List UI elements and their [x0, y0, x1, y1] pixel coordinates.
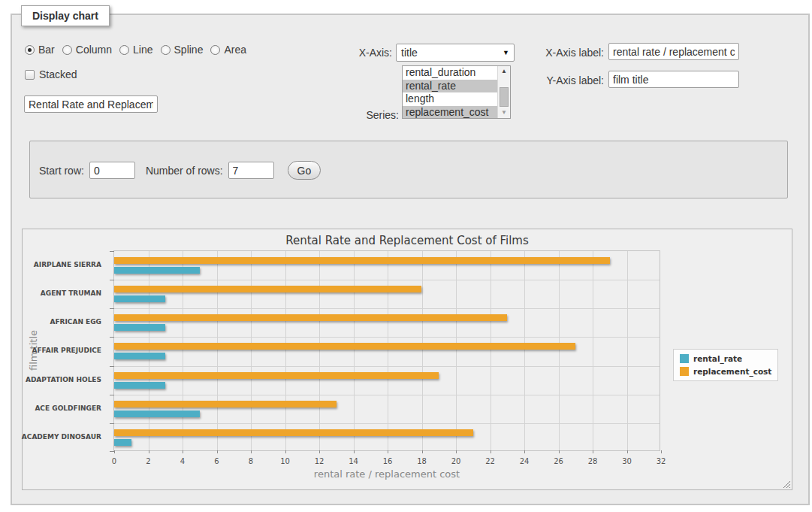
stacked-label: Stacked: [39, 68, 77, 80]
panel-legend: Display chart: [21, 5, 110, 26]
series-list-label: Series:: [343, 109, 399, 121]
radio-label: Bar: [38, 44, 55, 56]
bar-replacement_cost[interactable]: [114, 372, 439, 379]
bar-rental_rate[interactable]: [114, 353, 165, 359]
x-tick-label: 14: [349, 457, 358, 465]
y-category-label: AIRPLANE SIERRA: [23, 250, 107, 279]
scroll-down-icon[interactable]: ▼: [498, 108, 510, 118]
x-tick-label: 2: [146, 457, 150, 465]
x-axis-label-label: X-Axis label:: [529, 47, 604, 59]
legend-label: replacement_cost: [693, 367, 771, 376]
number-of-rows-label: Number of rows:: [146, 165, 223, 177]
y-category-label: ACADEMY DINOSAUR: [23, 423, 107, 451]
y-category-label: ADAPTATION HOLES: [23, 365, 107, 394]
go-button[interactable]: Go: [288, 161, 321, 180]
bar-group: [114, 395, 660, 423]
series-options: rental_durationrental_ratelengthreplacem…: [403, 66, 497, 118]
y-category-label: AFRICAN EGG: [23, 308, 107, 336]
scrollbar-thumb[interactable]: [500, 87, 509, 107]
x-tick-label: 22: [485, 457, 495, 465]
chart-title: Rental Rate and Replacement Cost of Film…: [23, 234, 792, 247]
y-category-label: AFFAIR PREJUDICE: [23, 336, 107, 365]
bar-replacement_cost[interactable]: [114, 257, 610, 264]
start-row-input[interactable]: [89, 162, 135, 179]
bar-rental_rate[interactable]: [114, 411, 200, 417]
bar-rental_rate[interactable]: [114, 382, 165, 389]
chart-title-input[interactable]: [24, 95, 158, 113]
x-tick-label: 18: [417, 457, 427, 465]
radio-label: Line: [133, 44, 152, 56]
x-tick-label: 28: [588, 457, 598, 465]
radio-icon[interactable]: [119, 45, 129, 55]
series-option-rental_duration[interactable]: rental_duration: [403, 66, 497, 80]
plot-area: 02468101214161820222426283032: [113, 250, 660, 451]
chart-type-radio-column[interactable]: Column: [62, 44, 112, 56]
bar-rental_rate[interactable]: [114, 439, 131, 446]
series-option-replacement_cost[interactable]: replacement_cost: [403, 106, 497, 119]
y-category-label: ACE GOLDFINGER: [23, 394, 107, 423]
chart-type-radio-line[interactable]: Line: [119, 44, 152, 56]
x-tick-label: 30: [622, 457, 632, 465]
bar-group: [114, 308, 660, 337]
number-of-rows-input[interactable]: [228, 162, 274, 179]
x-tick-label: 12: [315, 457, 324, 465]
series-listbox[interactable]: rental_durationrental_ratelengthreplacem…: [402, 65, 511, 119]
bar-replacement_cost[interactable]: [114, 401, 337, 407]
radio-label: Area: [224, 44, 246, 56]
chart-y-axis-labels: AIRPLANE SIERRAAGENT TRUMANAFRICAN EGGAF…: [23, 250, 107, 451]
bar-rental_rate[interactable]: [114, 295, 165, 302]
series-option-length[interactable]: length: [403, 92, 497, 106]
x-tick-label: 0: [112, 457, 116, 465]
radio-label: Column: [76, 44, 112, 56]
x-tick-label: 26: [554, 457, 563, 465]
x-axis-label-input[interactable]: [608, 43, 739, 60]
series-scrollbar[interactable]: ▲ ▼: [497, 66, 510, 118]
start-row-label: Start row:: [39, 165, 84, 177]
bar-replacement_cost[interactable]: [114, 314, 507, 321]
chart-container: Rental Rate and Replacement Cost of Film…: [22, 229, 792, 490]
x-tick-label: 4: [180, 457, 185, 465]
y-axis-label-input[interactable]: [608, 71, 739, 88]
bar-replacement_cost[interactable]: [114, 429, 473, 436]
bar-group: [114, 251, 660, 280]
x-tick-label: 24: [520, 457, 530, 465]
x-tick-label: 20: [451, 457, 461, 465]
radio-icon[interactable]: [62, 45, 72, 55]
legend-item-rental_rate[interactable]: rental_rate: [680, 354, 771, 363]
resize-handle-icon[interactable]: [781, 479, 790, 488]
x-axis-selected-value: title: [401, 47, 418, 59]
bar-group: [114, 366, 660, 395]
x-tick-label: 16: [383, 457, 393, 465]
radio-icon[interactable]: [161, 45, 171, 55]
chart-x-axis-title: rental rate / replacement cost: [113, 468, 660, 480]
bar-replacement_cost[interactable]: [114, 343, 575, 350]
x-tick-label: 10: [280, 457, 290, 465]
bar-group: [114, 337, 660, 365]
chart-type-radio-area[interactable]: Area: [210, 44, 246, 56]
chart-legend: rental_ratereplacement_cost: [673, 349, 778, 381]
radio-label: Spline: [174, 44, 204, 56]
checkbox-icon[interactable]: [25, 70, 35, 80]
series-option-rental_rate[interactable]: rental_rate: [403, 80, 497, 93]
chart-type-radio-bar[interactable]: Bar: [25, 44, 55, 56]
bar-rental_rate[interactable]: [114, 267, 200, 274]
bar-group: [114, 280, 660, 308]
x-axis-select-label: X-Axis:: [340, 47, 392, 59]
x-axis-select[interactable]: title ▼: [396, 44, 515, 62]
y-category-label: AGENT TRUMAN: [23, 279, 107, 308]
x-tick-label: 32: [657, 457, 666, 465]
legend-label: rental_rate: [693, 354, 742, 363]
scroll-up-icon[interactable]: ▲: [498, 66, 510, 77]
stacked-checkbox[interactable]: Stacked: [25, 68, 77, 80]
legend-item-replacement_cost[interactable]: replacement_cost: [680, 367, 771, 376]
display-chart-panel: BarColumnLineSplineArea Stacked X-Axis: …: [11, 14, 810, 505]
radio-icon[interactable]: [25, 45, 35, 55]
x-tick-mark: [661, 450, 662, 453]
legend-swatch: [680, 367, 689, 376]
bar-replacement_cost[interactable]: [114, 286, 421, 292]
radio-icon[interactable]: [210, 45, 220, 55]
x-tick-label: 8: [249, 457, 253, 465]
bar-rental_rate[interactable]: [114, 324, 165, 331]
chart-type-radio-spline[interactable]: Spline: [161, 44, 204, 56]
x-tick-label: 6: [214, 457, 219, 465]
